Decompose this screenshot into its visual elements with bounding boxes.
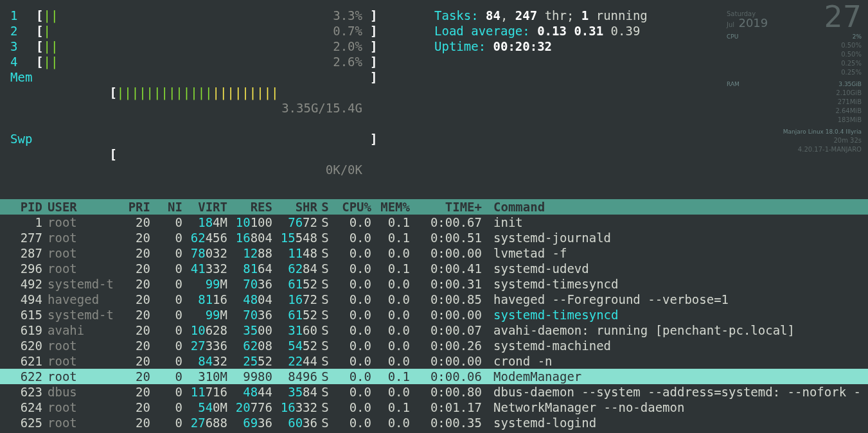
process-row[interactable]: 622root200 310M 9980 8496S0.00.10:00.06M… — [0, 369, 868, 384]
process-row[interactable]: 296root20041332 8164 6284S0.00.10:00.41s… — [10, 261, 868, 276]
process-row[interactable]: 492systemd-t200 99M 7036 6152S0.00.00:00… — [10, 276, 868, 292]
process-row[interactable]: 287root20078032 1288 1148S0.00.00:00.00l… — [10, 245, 868, 261]
meters-panel: 1[||3.3%]2[|0.7%]3[||2.0%]4[||2.6%] Mem … — [10, 8, 409, 193]
process-row[interactable]: 623dbus20011716 4844 3584S0.00.00:00.80d… — [10, 384, 868, 400]
system-summary: Tasks: 84, 247 thr; 1 running Load avera… — [434, 8, 648, 193]
process-row[interactable]: 621root200 8432 2552 2244S0.00.00:00.00c… — [10, 353, 868, 369]
process-row[interactable]: 277root200624561680415548S0.00.10:00.51s… — [10, 230, 868, 245]
htop-screen[interactable]: 1[||3.3%]2[|0.7%]3[||2.0%]4[||2.6%] Mem … — [0, 0, 868, 433]
cpu-meter-4: 4[||2.6%] — [10, 54, 409, 69]
process-list[interactable]: 1root200 184M10100 7672S0.00.10:00.67ini… — [10, 215, 868, 433]
swp-meter: Swp [ 0K/0K ] — [10, 131, 409, 193]
process-row[interactable]: 1root200 184M10100 7672S0.00.10:00.67ini… — [10, 215, 868, 230]
process-row[interactable]: 625root20027688 6936 6036S0.00.00:00.35s… — [10, 415, 868, 430]
process-row[interactable]: 632root200 310M 9980 8496S0.00.10:00.00M… — [10, 430, 868, 433]
process-row[interactable]: 619avahi20010628 3500 3160S0.00.00:00.07… — [10, 323, 868, 338]
process-row[interactable]: 494haveged200 8116 4804 1672S0.00.00:00.… — [10, 292, 868, 307]
top-area: 1[||3.3%]2[|0.7%]3[||2.0%]4[||2.6%] Mem … — [10, 8, 868, 193]
process-row[interactable]: 615systemd-t200 99M 7036 6152S0.00.00:00… — [10, 307, 868, 323]
cpu-meter-3: 3[||2.0%] — [10, 39, 409, 54]
process-row[interactable]: 624root200 540M2077616332S0.00.10:01.17N… — [10, 400, 868, 415]
cpu-meter-1: 1[||3.3%] — [10, 8, 409, 23]
process-header[interactable]: PID USER PRI NI VIRT RES SHR S CPU% MEM%… — [0, 199, 868, 215]
process-row[interactable]: 620root20027336 6208 5452S0.00.00:00.26s… — [10, 338, 868, 353]
mem-meter: Mem [|||||||||||||||||||||| 3.35G/15.4G … — [10, 69, 409, 131]
cpu-meter-2: 2[|0.7%] — [10, 23, 409, 39]
